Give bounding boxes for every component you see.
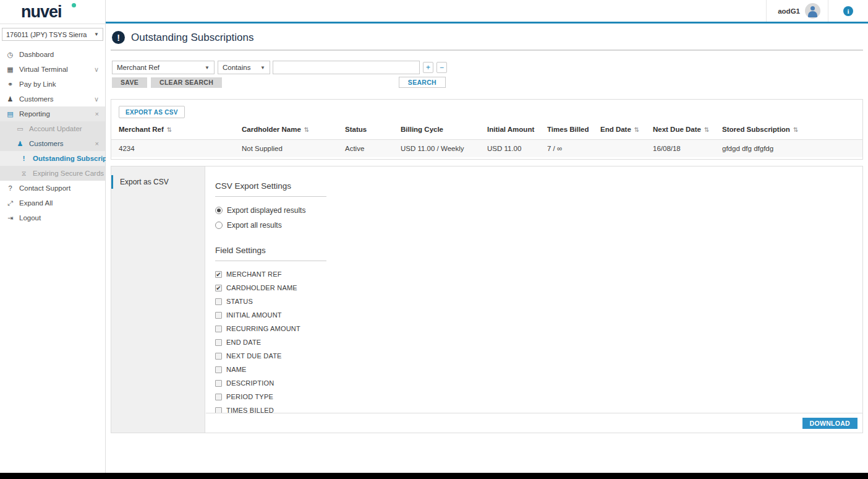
add-filter-button[interactable]: + [423,62,433,73]
sort-icon[interactable]: ⇅ [167,126,172,133]
radio-button[interactable] [215,207,223,214]
checkbox[interactable] [215,312,222,319]
checkbox[interactable] [215,394,222,400]
sort-icon[interactable]: ⇅ [704,126,709,133]
column-header-merchant-ref[interactable]: Merchant Ref⇅ [119,126,242,133]
checkbox-label: NAME [226,366,247,373]
column-header-times-billed: Times Billed [547,126,600,133]
export-as-csv-button[interactable]: EXPORT AS CSV [119,106,185,118]
user-avatar-icon[interactable] [805,3,820,19]
checkbox[interactable] [215,339,222,346]
radio-option-export-all-results[interactable]: Export all results [215,221,862,230]
sidebar-item-pay-by-link[interactable]: ⚭Pay by Link [0,77,105,92]
caret-down-icon: ▼ [205,65,210,71]
brand-logo-dot-icon [72,3,76,7]
checkbox[interactable]: ✔ [215,285,222,291]
checkbox-option-times-billed[interactable]: TIMES BILLED [215,407,862,413]
save-search-button[interactable]: SAVE [112,77,147,88]
chevron-down-icon[interactable]: ∨ [94,66,99,74]
reporting-icon: ▤ [6,110,15,118]
page-title: Outstanding Subscriptions [131,32,253,44]
checkbox-option-merchant-ref[interactable]: ✔MERCHANT REF [215,270,862,278]
info-button[interactable]: i [828,0,868,22]
help-icon: ? [6,184,15,192]
sort-icon[interactable]: ⇅ [634,126,639,133]
checkbox[interactable] [215,326,222,332]
title-divider [111,50,863,51]
checkbox-label: RECURRING AMOUNT [226,325,300,332]
page-header: ! Outstanding Subscriptions [106,24,868,44]
dashboard-icon: ◷ [6,51,15,59]
sidebar-item-outstanding-subscriptions[interactable]: !Outstanding Subscriptions [0,151,105,166]
sidebar-item-dashboard[interactable]: ◷Dashboard [0,47,105,62]
sidebar-item-customers[interactable]: ♟Customers∨ [0,92,105,106]
remove-filter-button[interactable]: − [436,62,447,73]
radio-label: Export all results [227,221,282,230]
sidebar-item-customers[interactable]: ♟Customers× [0,136,105,151]
chevron-down-icon[interactable]: ∨ [94,95,99,103]
checkbox-label: PERIOD TYPE [226,393,273,400]
checkbox-option-cardholder-name[interactable]: ✔CARDHOLDER NAME [215,284,862,291]
sidebar-item-logout[interactable]: ⇥Logout [0,210,105,225]
sidebar-item-label: Customers [29,140,64,147]
cell-billing-cycle: USD 11.00 / Weekly [401,145,487,152]
sidebar-item-reporting[interactable]: ▤Reporting× [0,106,105,121]
filter-value-input[interactable] [273,61,420,74]
download-button[interactable]: DOWNLOAD [802,418,857,429]
checkbox[interactable] [215,380,222,387]
checkbox[interactable] [215,353,222,360]
column-header-end-date[interactable]: End Date⇅ [600,126,653,133]
customers-icon: ♟ [15,140,25,148]
sidebar-item-label: Expand All [19,199,53,207]
table-row[interactable]: 4234Not SuppliedActiveUSD 11.00 / Weekly… [111,140,862,157]
checkbox-option-description[interactable]: DESCRIPTION [215,379,862,387]
filter-operator-select[interactable]: Contains ▼ [218,61,270,74]
checkbox-option-status[interactable]: STATUS [215,298,862,305]
sidebar-item-contact-support[interactable]: ?Contact Support [0,181,105,196]
sidebar-item-account-updater[interactable]: ▭Account Updater [0,121,105,136]
pay-by-link-icon: ⚭ [6,80,15,88]
checkbox-label: INITIAL AMOUNT [226,311,282,319]
column-header-stored-subscription[interactable]: Stored Subscription⇅ [722,126,862,133]
radio-option-export-displayed-results[interactable]: Export displayed results [215,206,862,215]
expand-icon: ⤢ [6,199,15,207]
sort-icon[interactable]: ⇅ [793,126,798,133]
bottom-bar [0,473,868,479]
sidebar-item-expiring-secure-cards[interactable]: ⧖Expiring Secure Cards [0,166,105,181]
close-icon[interactable]: × [95,140,99,147]
checkbox[interactable] [215,407,222,413]
checkbox[interactable]: ✔ [215,271,222,278]
checkbox-option-end-date[interactable]: END DATE [215,339,862,346]
checkbox-option-recurring-amount[interactable]: RECURRING AMOUNT [215,325,862,332]
column-header-next-due-date[interactable]: Next Due Date⇅ [653,126,722,133]
account-updater-icon: ▭ [15,125,25,133]
checkbox-option-period-type[interactable]: PERIOD TYPE [215,393,862,400]
radio-button[interactable] [215,222,223,229]
column-header-cardholder-name[interactable]: Cardholder Name⇅ [242,126,345,133]
tab-export-as-csv-label: Export as CSV [120,178,169,186]
search-button[interactable]: SEARCH [399,77,446,88]
checkbox[interactable] [215,298,222,305]
checkbox[interactable] [215,366,222,373]
checkbox-option-next-due-date[interactable]: NEXT DUE DATE [215,352,862,360]
checkbox-label: DESCRIPTION [226,379,274,387]
close-icon[interactable]: × [95,110,99,118]
virtual-terminal-icon: ▦ [6,66,15,74]
cell-stored-subscription: gfdgd dfg dfgfdg [722,145,862,152]
checkbox-option-name[interactable]: NAME [215,366,862,373]
exclamation-icon: ! [19,155,28,162]
user-menu[interactable]: aodG1 [766,0,828,22]
checkbox-option-initial-amount[interactable]: INITIAL AMOUNT [215,311,862,319]
sidebar-item-expand-all[interactable]: ⤢Expand All [0,196,105,210]
checkbox-label: TIMES BILLED [226,407,274,413]
sidebar-item-virtual-terminal[interactable]: ▦Virtual Terminal∨ [0,62,105,77]
sidebar-item-label: Reporting [19,110,50,118]
filter-field-select[interactable]: Merchant Ref ▼ [112,61,215,74]
tab-export-as-csv[interactable]: Export as CSV [111,175,205,189]
account-selector[interactable]: 176011 (JPY) TSYS Sierra ▼ [2,28,103,41]
export-panel-footer: DOWNLOAD [206,413,862,433]
sidebar-item-label: Logout [19,214,41,222]
clear-search-button[interactable]: CLEAR SEARCH [151,77,222,88]
sort-icon[interactable]: ⇅ [304,126,309,133]
cell-status: Active [345,145,401,152]
